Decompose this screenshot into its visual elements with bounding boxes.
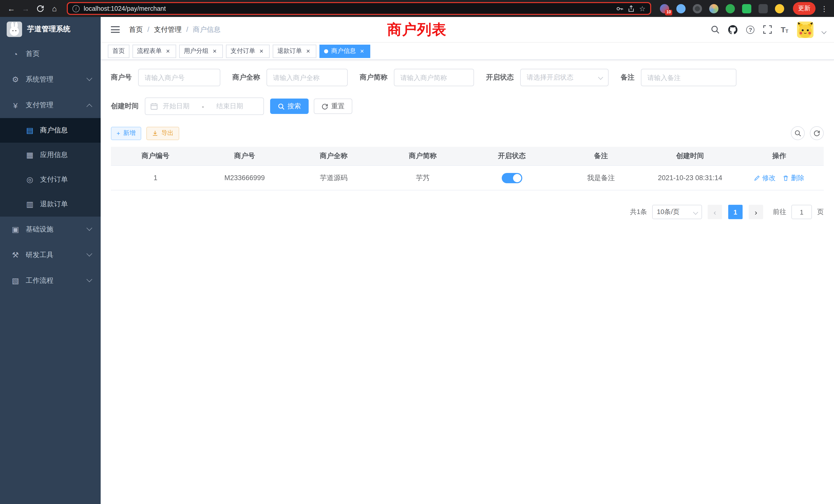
- cell-short-name: 芋艿: [378, 173, 467, 182]
- cell-status: [467, 173, 556, 183]
- extension-icon-4[interactable]: [709, 4, 719, 13]
- info-icon[interactable]: i: [72, 5, 80, 12]
- browser-update-button[interactable]: 更新: [793, 2, 815, 15]
- next-page-button[interactable]: ›: [749, 205, 763, 219]
- status-toggle[interactable]: [502, 173, 522, 183]
- chevron-down-icon: [87, 251, 92, 257]
- password-key-icon[interactable]: [616, 5, 624, 12]
- column-header: 开启状态: [467, 152, 556, 161]
- filter-status: 开启状态 请选择开启状态: [486, 69, 608, 86]
- close-icon[interactable]: ×: [258, 47, 265, 55]
- export-button[interactable]: 导出: [146, 127, 179, 140]
- sidebar-item-merchant-info[interactable]: ▤ 商户信息: [0, 118, 101, 143]
- reset-button-label: 重置: [331, 101, 345, 111]
- github-icon[interactable]: [728, 25, 738, 34]
- chevron-down-icon: [87, 225, 92, 231]
- font-size-icon[interactable]: TT: [781, 25, 788, 34]
- avatar-dropdown-caret-icon[interactable]: [821, 29, 827, 34]
- pagination-total: 共1条: [630, 207, 647, 216]
- merchant-no-input[interactable]: [138, 69, 220, 86]
- sidebar-item-payment[interactable]: ¥ 支付管理: [0, 92, 101, 118]
- short-name-input[interactable]: [394, 69, 474, 86]
- extension-icon-3[interactable]: [693, 4, 702, 13]
- prev-page-button[interactable]: ‹: [708, 205, 722, 219]
- extension-icon-1[interactable]: 10: [660, 4, 669, 13]
- tab-user-group[interactable]: 用户分组 ×: [179, 44, 223, 58]
- column-header: 备注: [556, 152, 645, 161]
- close-icon[interactable]: ×: [358, 47, 366, 55]
- status-select-placeholder: 请选择开启状态: [527, 73, 573, 82]
- show-search-toggle-button[interactable]: [791, 126, 805, 140]
- back-icon[interactable]: ←: [5, 2, 18, 15]
- export-button-label: 导出: [161, 129, 174, 138]
- tab-home[interactable]: 首页: [108, 44, 129, 58]
- page-1-button[interactable]: 1: [728, 205, 743, 219]
- column-header: 商户简称: [378, 152, 467, 161]
- goto-page-input[interactable]: [791, 205, 812, 219]
- sidebar-item-infrastructure[interactable]: ▣ 基础设施: [0, 216, 101, 242]
- table-header-row: 商户编号 商户号 商户全称 商户简称 开启状态 备注 创建时间 操作: [111, 147, 824, 166]
- forward-icon[interactable]: →: [20, 2, 32, 15]
- tab-refund-order[interactable]: 退款订单 ×: [273, 44, 316, 58]
- home-icon[interactable]: ⌂: [48, 2, 61, 15]
- status-select[interactable]: 请选择开启状态: [520, 69, 608, 86]
- merchant-table: 商户编号 商户号 商户全称 商户简称 开启状态 备注 创建时间 操作 1 M23…: [111, 147, 824, 190]
- extension-icon-8[interactable]: [775, 4, 784, 13]
- close-icon[interactable]: ×: [211, 47, 218, 55]
- search-icon[interactable]: [711, 25, 720, 34]
- close-icon[interactable]: ×: [164, 47, 172, 55]
- breadcrumb-home[interactable]: 首页: [129, 25, 143, 34]
- bookmark-star-icon[interactable]: ☆: [639, 4, 645, 13]
- breadcrumb-current: 商户信息: [193, 25, 221, 34]
- search-button[interactable]: 搜索: [270, 98, 309, 114]
- refresh-table-button[interactable]: [810, 126, 824, 140]
- chevron-down-icon: [598, 75, 603, 80]
- breadcrumb-separator: /: [147, 26, 150, 33]
- chevron-down-icon: [87, 276, 92, 282]
- sidebar-item-label: 支付订单: [40, 175, 68, 184]
- close-icon[interactable]: ×: [305, 47, 312, 55]
- sidebar-item-home[interactable]: ◔ 首页: [0, 41, 101, 67]
- sidebar-item-label: 基础设施: [26, 225, 53, 234]
- sidebar-item-workflow[interactable]: ▧ 工作流程: [0, 268, 101, 294]
- sidebar-item-app-info[interactable]: ▦ 应用信息: [0, 143, 101, 167]
- edit-link-label: 修改: [762, 173, 776, 182]
- top-navbar: 首页 / 支付管理 / 商户信息 ?: [101, 17, 834, 43]
- url-text[interactable]: localhost:1024/pay/merchant: [84, 5, 612, 12]
- url-bar[interactable]: i localhost:1024/pay/merchant ☆: [67, 2, 651, 15]
- sidebar-item-refund-order[interactable]: ▥ 退款订单: [0, 192, 101, 216]
- delete-link[interactable]: 删除: [783, 173, 805, 182]
- grid-icon: ▦: [24, 151, 36, 160]
- fullscreen-icon[interactable]: [763, 25, 772, 34]
- tab-merchant-info[interactable]: 商户信息 ×: [320, 44, 370, 58]
- edit-link[interactable]: 修改: [754, 173, 776, 182]
- sidebar-item-dev-tools[interactable]: ⚒ 研发工具: [0, 242, 101, 268]
- page-size-select[interactable]: 10条/页: [652, 205, 702, 219]
- tab-process-form[interactable]: 流程表单 ×: [132, 44, 176, 58]
- tab-pay-order[interactable]: 支付订单 ×: [226, 44, 270, 58]
- share-icon[interactable]: [628, 5, 635, 12]
- pencil-icon: [754, 175, 760, 181]
- date-range-picker[interactable]: 开始日期 - 结束日期: [145, 97, 264, 115]
- reset-button[interactable]: 重置: [314, 98, 352, 114]
- help-icon[interactable]: ?: [746, 25, 755, 33]
- refresh-icon[interactable]: [34, 2, 46, 15]
- hamburger-icon[interactable]: [109, 24, 122, 35]
- user-avatar[interactable]: [797, 21, 813, 38]
- extension-icon-5[interactable]: [726, 4, 735, 13]
- column-header: 创建时间: [645, 152, 734, 161]
- sidebar-item-system[interactable]: ⚙ 系统管理: [0, 67, 101, 92]
- breadcrumb-separator: /: [186, 26, 189, 33]
- page-size-value: 10条/页: [657, 207, 679, 216]
- extension-icon-2[interactable]: [676, 4, 686, 13]
- page-unit-label: 页: [817, 207, 824, 216]
- breadcrumb-payment[interactable]: 支付管理: [154, 25, 182, 34]
- tab-label: 用户分组: [184, 47, 208, 55]
- extension-icon-7[interactable]: [759, 4, 768, 13]
- remark-input[interactable]: [641, 69, 736, 86]
- full-name-input[interactable]: [266, 69, 347, 86]
- sidebar-item-pay-order[interactable]: ◎ 支付订单: [0, 167, 101, 192]
- add-button[interactable]: + 新增: [111, 127, 141, 140]
- browser-menu-icon[interactable]: ⋮: [821, 4, 828, 13]
- extension-icon-6[interactable]: [742, 4, 751, 13]
